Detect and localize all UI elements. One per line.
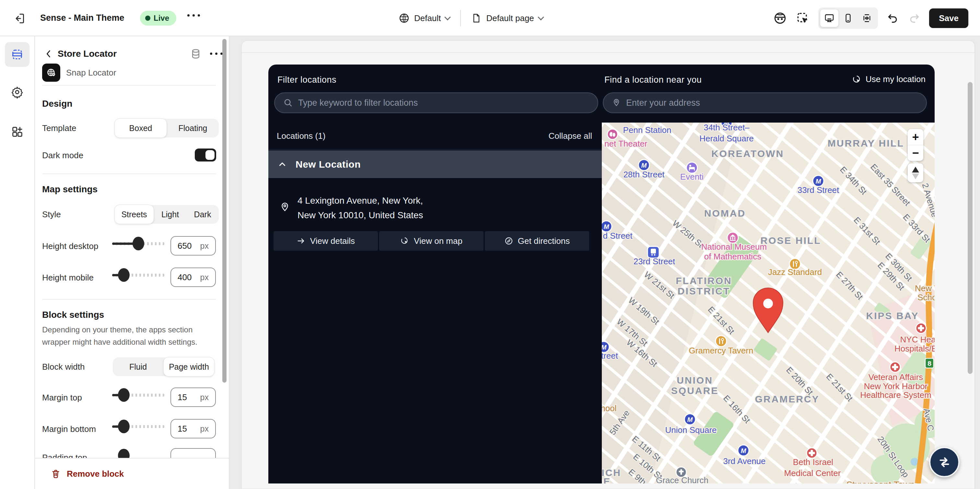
page-selector[interactable]: Default page (471, 13, 543, 23)
page-icon (471, 13, 482, 23)
svg-text:Medical Center: Medical Center (784, 468, 841, 478)
dark-mode-toggle[interactable] (195, 148, 216, 161)
chevron-up-icon (277, 159, 287, 169)
get-directions-button[interactable]: Get directions (485, 231, 589, 251)
block-width-option-fluid[interactable]: Fluid (113, 357, 163, 376)
panel-title: Store Locator (58, 49, 117, 59)
svg-text:Gramercy Tavern: Gramercy Tavern (689, 346, 754, 355)
margin-bottom-slider[interactable] (112, 419, 165, 433)
compass-needle-icon (912, 167, 919, 172)
collapse-all-button[interactable]: Collapse all (549, 131, 592, 141)
height-desktop-slider[interactable] (112, 236, 165, 250)
map-pin-icon (612, 98, 621, 107)
locale-selector[interactable]: Default (399, 13, 450, 24)
sidebar-scrollbar[interactable] (222, 39, 226, 383)
exit-editor-icon[interactable] (13, 12, 26, 25)
style-option-light[interactable]: Light (154, 205, 186, 224)
app-embed-icon[interactable] (773, 11, 787, 25)
svg-text:of Mathematics: of Mathematics (704, 252, 761, 261)
use-my-location-button[interactable]: Use my location (852, 74, 926, 84)
margin-top-input[interactable]: 15 px (170, 387, 216, 407)
filter-keyword-input[interactable]: Type keyword to filter locations (274, 92, 598, 113)
rail-sections-tab[interactable] (5, 42, 30, 67)
map-zoom-controls: + − (908, 129, 923, 182)
undo-icon[interactable] (886, 12, 899, 25)
svg-text:28th Street: 28th Street (623, 170, 665, 179)
theme-title: Sense - Main Theme (40, 13, 124, 23)
filter-locations-label: Filter locations (277, 75, 336, 85)
snap-locator-app-icon (42, 64, 60, 82)
dynamic-source-icon[interactable] (190, 48, 202, 60)
block-options-menu[interactable] (210, 53, 223, 55)
svg-text:M: M (816, 178, 821, 185)
compass-icon (504, 236, 513, 245)
desktop-preview-button[interactable] (820, 9, 839, 27)
address-input[interactable]: Enter your address (603, 92, 927, 113)
svg-text:Stuyvesant Town: Stuyvesant Town (846, 479, 915, 484)
zoom-out-button[interactable]: − (908, 145, 923, 161)
height-mobile-input[interactable]: 400 px (170, 268, 216, 287)
margin-top-label: Margin top (42, 393, 82, 403)
style-option-streets[interactable]: Streets (115, 205, 154, 224)
block-width-label: Block width (42, 362, 85, 372)
margin-bottom-input[interactable]: 15 px (170, 419, 216, 438)
svg-text:Jazz Standard: Jazz Standard (768, 267, 822, 277)
swap-arrows-icon (937, 455, 952, 470)
app-identity: Snap Locator (42, 64, 116, 82)
svg-text:MURRAY HILL: MURRAY HILL (828, 138, 904, 148)
divider (42, 174, 216, 174)
svg-text:New York Harbor: New York Harbor (864, 381, 928, 391)
svg-text:Veteran Affairs: Veteran Affairs (869, 372, 923, 382)
view-on-map-button[interactable]: View on map (379, 231, 484, 251)
height-desktop-input[interactable]: 650 px (170, 236, 216, 255)
height-mobile-label: Height mobile (42, 273, 94, 283)
margin-top-slider[interactable] (112, 387, 165, 402)
globe-icon (399, 13, 410, 24)
compass-button[interactable] (908, 163, 923, 182)
mobile-preview-button[interactable] (839, 9, 858, 27)
svg-text:3rd Avenue: 3rd Avenue (723, 456, 765, 466)
svg-text:Herald Square: Herald Square (699, 134, 754, 143)
template-option-floating[interactable]: Floating (167, 119, 219, 137)
svg-text:KOREATOWN: KOREATOWN (711, 148, 784, 159)
theme-options-menu[interactable] (187, 14, 200, 16)
location-item-header[interactable]: New Location (268, 150, 602, 178)
svg-text:GRAMERCY: GRAMERCY (755, 393, 819, 405)
svg-text:KIPS BAY: KIPS BAY (866, 310, 919, 321)
locations-list-header: Locations (1) Collapse all (268, 123, 602, 150)
template-label: Template (42, 123, 76, 133)
remove-block-button[interactable]: Remove block (35, 458, 229, 489)
style-option-dark[interactable]: Dark (186, 205, 219, 224)
locator-fab[interactable] (929, 447, 959, 477)
divider (460, 10, 461, 26)
svg-text:DISTRICT: DISTRICT (678, 286, 730, 296)
address-line-2: New York 10010, United States (298, 208, 423, 223)
address-placeholder: Enter your address (626, 98, 700, 108)
filter-placeholder: Type keyword to filter locations (298, 98, 418, 108)
map-canvas[interactable]: MMMMMMM8 Penn Station34th Street–Herald … (602, 123, 935, 484)
template-option-boxed[interactable]: Boxed (115, 118, 167, 138)
rail-settings-tab[interactable] (5, 80, 30, 104)
block-width-option-page-width[interactable]: Page width (163, 357, 215, 376)
rail-apps-tab[interactable] (5, 119, 30, 144)
svg-text:School: School (918, 293, 935, 302)
device-preview-switcher (818, 8, 878, 29)
save-button[interactable]: Save (929, 8, 968, 28)
svg-text:8: 8 (928, 360, 931, 367)
inspect-element-icon[interactable] (795, 11, 810, 25)
fullscreen-preview-button[interactable] (858, 9, 876, 27)
location-actions: View details View on map (274, 231, 589, 251)
svg-text:SQUARE: SQUARE (671, 385, 719, 396)
svg-text:School: School (602, 403, 617, 413)
view-details-button[interactable]: View details (274, 231, 378, 251)
svg-text:Healthcare System: Healthcare System (860, 390, 931, 400)
location-address: 4 Lexington Avenue, New York, New York 1… (279, 193, 423, 223)
back-icon[interactable] (43, 49, 54, 59)
store-locator-widget: Filter locations Type keyword to filter … (268, 65, 935, 484)
preview-scrollbar[interactable] (968, 82, 972, 374)
location-title: New Location (296, 159, 361, 170)
app-name: Snap Locator (66, 68, 116, 78)
svg-text:M: M (641, 162, 647, 169)
height-mobile-slider[interactable] (112, 268, 165, 282)
zoom-in-button[interactable]: + (908, 129, 923, 145)
